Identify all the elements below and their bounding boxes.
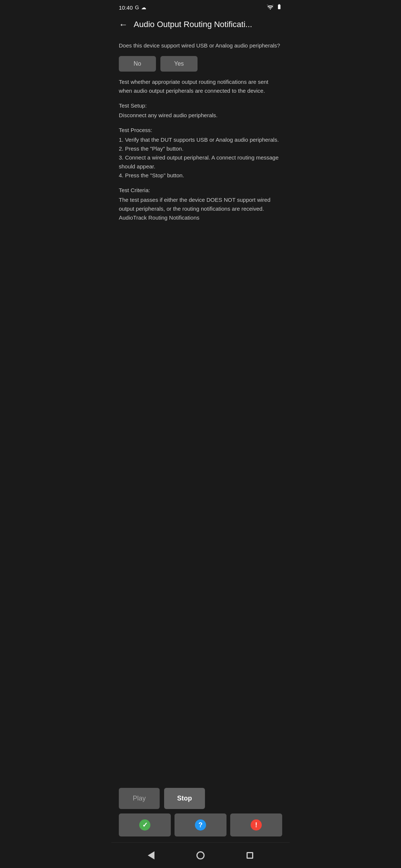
info-button[interactable]: ? — [175, 813, 226, 836]
google-icon: G — [135, 4, 139, 10]
status-bar-left: 10:40 G ☁ — [119, 4, 146, 11]
test-setup-section: Test Setup: Disconnect any wired audio p… — [119, 101, 282, 120]
status-bar-right — [267, 4, 282, 11]
test-criteria-footer: AudioTrack Routing Notifications — [119, 213, 282, 222]
status-bar: 10:40 G ☁ — [111, 0, 290, 13]
stop-button[interactable]: Stop — [164, 788, 205, 809]
cloud-icon: ☁ — [141, 4, 146, 10]
playback-row: Play Stop — [119, 788, 282, 809]
test-process-title: Test Process: — [119, 126, 282, 135]
nav-recent-icon — [247, 852, 253, 859]
result-row: ✓ ? ! — [119, 813, 282, 836]
nav-recent-button[interactable] — [242, 848, 257, 863]
play-button[interactable]: Play — [119, 788, 160, 809]
test-step-4: 4. Press the "Stop" button. — [119, 171, 282, 180]
wifi-icon — [267, 4, 274, 11]
header: ← Audio Output Routing Notificati... — [111, 13, 290, 36]
pass-button[interactable]: ✓ — [119, 813, 171, 836]
yes-button[interactable]: Yes — [160, 56, 198, 72]
nav-home-icon — [196, 851, 205, 859]
question-text: Does this device support wired USB or An… — [119, 42, 282, 50]
pass-icon: ✓ — [139, 819, 150, 831]
description-text: Test whether appropriate output routing … — [119, 78, 282, 95]
status-time: 10:40 — [119, 4, 133, 11]
no-button[interactable]: No — [119, 56, 156, 72]
test-setup-title: Test Setup: — [119, 101, 282, 110]
page-title: Audio Output Routing Notificati... — [134, 20, 282, 29]
fail-icon: ! — [251, 819, 262, 831]
test-criteria-body: The test passes if either the device DOE… — [119, 195, 282, 213]
fail-button[interactable]: ! — [230, 813, 282, 836]
nav-back-button[interactable] — [144, 848, 159, 863]
test-step-2: 2. Press the "Play" button. — [119, 144, 282, 153]
test-process-section: Test Process: 1. Verify that the DUT sup… — [119, 126, 282, 180]
nav-bar — [111, 842, 290, 868]
main-content: Does this device support wired USB or An… — [111, 36, 290, 505]
test-step-3: 3. Connect a wired output peripheral. A … — [119, 153, 282, 171]
test-criteria-section: Test Criteria: The test passes if either… — [119, 186, 282, 222]
info-icon: ? — [195, 819, 206, 831]
nav-home-button[interactable] — [193, 848, 208, 863]
test-setup-body: Disconnect any wired audio peripherals. — [119, 111, 282, 120]
nav-back-icon — [148, 851, 154, 859]
battery-icon — [276, 4, 282, 11]
back-button[interactable]: ← — [119, 19, 128, 30]
yes-no-row: No Yes — [119, 56, 282, 72]
test-step-1: 1. Verify that the DUT supports USB or A… — [119, 135, 282, 144]
test-criteria-title: Test Criteria: — [119, 186, 282, 195]
action-area: Play Stop ✓ ? ! — [111, 782, 290, 842]
